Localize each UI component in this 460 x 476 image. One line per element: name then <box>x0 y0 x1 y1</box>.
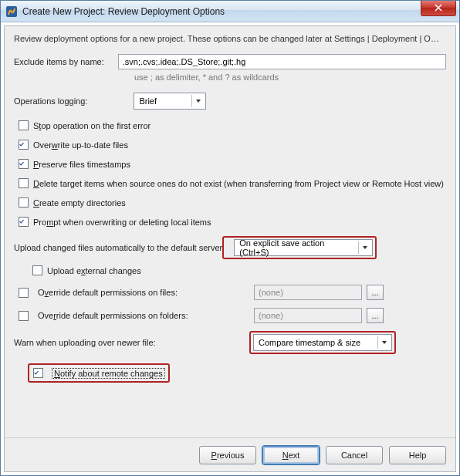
exclude-label: Exclude items by name: <box>14 57 104 66</box>
dialog-window: Create New Project: Review Deployment Op… <box>0 0 460 476</box>
upload-auto-select[interactable]: On explicit save action (Ctrl+S) <box>234 239 373 256</box>
perm-folders-row: Override default permissions on folders:… <box>19 308 446 323</box>
chk-label: Notify about remote changes <box>52 369 164 378</box>
warn-select[interactable]: Compare timestamp & size <box>253 334 392 351</box>
highlight-upload-select: On explicit save action (Ctrl+S) <box>222 236 377 259</box>
description-text: Review deployment options for a new proj… <box>14 34 446 43</box>
next-button[interactable]: Next <box>262 446 320 464</box>
chk-label: Prompt when overwriting or deleting loca… <box>33 218 211 227</box>
checkbox-icon[interactable] <box>19 311 29 321</box>
chk-label: Upload external changes <box>47 266 141 275</box>
checkbox-icon[interactable] <box>19 288 29 298</box>
checkbox-icon[interactable] <box>33 368 43 378</box>
exclude-row: Exclude items by name: <box>14 54 446 69</box>
perm-folders-input <box>254 308 362 323</box>
chk-upload-external[interactable]: Upload external changes <box>32 265 446 275</box>
checkbox-icon <box>19 178 29 188</box>
oplog-row: Operations logging: Brief <box>14 93 446 110</box>
close-button[interactable] <box>421 1 456 16</box>
chk-preserve-timestamps[interactable]: Preserve files timestamps <box>19 159 446 169</box>
highlight-notify: Notify about remote changes <box>28 363 170 383</box>
client-area: Review deployment options for a new proj… <box>1 22 459 475</box>
checkbox-icon <box>19 159 29 169</box>
checkbox-icon <box>19 217 29 227</box>
checkbox-icon <box>19 140 29 150</box>
oplog-select[interactable]: Brief <box>134 93 206 110</box>
chevron-down-icon <box>377 336 390 349</box>
highlight-warn-select: Compare timestamp & size <box>249 331 396 354</box>
oplog-label: Operations logging: <box>14 96 87 106</box>
exclude-input[interactable] <box>118 54 446 69</box>
upload-auto-row: Upload changed files automatically to th… <box>14 236 446 259</box>
checkbox-icon <box>19 197 29 208</box>
checkbox-icon <box>19 120 29 130</box>
chk-stop-first-error[interactable]: Stop operation on the first error <box>19 120 446 130</box>
dialog-footer: Previous Next Cancel Help <box>5 437 455 471</box>
chk-label: Stop operation on the first error <box>33 121 151 130</box>
perm-files-input <box>254 285 362 300</box>
chevron-down-icon <box>358 241 370 254</box>
perm-files-browse-button[interactable]: ... <box>367 285 384 300</box>
chevron-down-icon <box>191 95 204 107</box>
window-title: Create New Project: Review Deployment Op… <box>22 6 225 17</box>
chk-delete-target[interactable]: Delete target items when source ones do … <box>19 178 446 188</box>
upload-auto-label: Upload changed files automatically to th… <box>14 243 222 252</box>
notify-remote-wrap: Notify about remote changes <box>28 363 446 383</box>
upload-auto-value: On explicit save action (Ctrl+S) <box>239 238 353 257</box>
app-icon <box>5 5 18 18</box>
chk-prompt-overwrite[interactable]: Prompt when overwriting or deleting loca… <box>19 217 446 227</box>
cancel-button[interactable]: Cancel <box>326 446 383 464</box>
chk-label: Override default permissions on folders: <box>38 311 188 320</box>
previous-button[interactable]: Previous <box>199 446 256 464</box>
chk-overwrite-uptodate[interactable]: Overwrite up-to-date files <box>19 140 446 150</box>
close-icon <box>435 4 442 13</box>
chk-label: Preserve files timestamps <box>33 160 130 169</box>
warn-label: Warn when uploading over newer file: <box>14 338 249 347</box>
oplog-value: Brief <box>139 96 187 106</box>
exclude-hint: use ; as delimiter, * and ? as wildcards <box>134 73 446 82</box>
content-panel: Review deployment options for a new proj… <box>4 25 456 472</box>
chk-label: Overwrite up-to-date files <box>33 140 128 150</box>
perm-folders-browse-button[interactable]: ... <box>367 308 384 323</box>
chk-create-empty-dirs[interactable]: Create empty directories <box>19 197 446 208</box>
perm-files-row: Override default permissions on files: .… <box>19 285 446 300</box>
warn-value: Compare timestamp & size <box>259 338 373 347</box>
chk-label: Override default permissions on files: <box>38 288 178 297</box>
warn-newer-row: Warn when uploading over newer file: Com… <box>14 331 446 354</box>
titlebar[interactable]: Create New Project: Review Deployment Op… <box>1 1 459 22</box>
chk-label: Delete target items when source ones do … <box>33 179 444 188</box>
checkbox-icon <box>32 265 42 275</box>
chk-label: Create empty directories <box>33 198 126 208</box>
help-button[interactable]: Help <box>389 446 446 464</box>
